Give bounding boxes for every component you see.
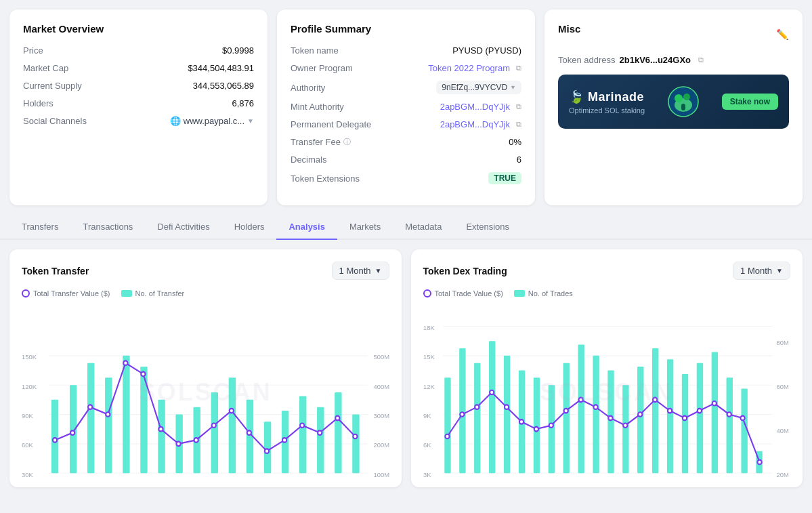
permanent-delegate-value[interactable]: 2apBGM...DqYJjk	[440, 119, 510, 129]
svg-point-115	[623, 424, 627, 428]
svg-point-117	[653, 398, 657, 403]
svg-text:15/09: 15/09	[509, 479, 525, 480]
social-channels-select[interactable]: 🌐 www.paypal.c... ▼	[170, 116, 254, 126]
marinade-sub: Optimized SOL staking	[569, 106, 645, 115]
tabs-row: Transfers Transactions Defi Activities H…	[0, 215, 812, 240]
svg-rect-37	[352, 415, 359, 474]
token-dex-period-label: 1 Month	[740, 266, 772, 276]
legend-item-trade-value: Total Trade Value ($)	[423, 289, 503, 297]
svg-text:100M: 100M	[374, 470, 389, 478]
misc-card: Misc ✏️ Token address 2b1kV6...u24GXo ⧉ …	[544, 9, 803, 205]
tab-defi-activities[interactable]: Defi Activities	[145, 215, 221, 240]
mint-authority-copy-icon[interactable]: ⧉	[516, 102, 521, 111]
token-dex-month-selector[interactable]: 1 Month ▼	[733, 262, 790, 280]
svg-point-112	[578, 398, 582, 403]
token-transfer-svg: 30K 60K 90K 120K 150K 100M 200M 300M 400…	[22, 304, 389, 480]
svg-point-49	[247, 430, 251, 435]
svg-point-120	[697, 409, 701, 413]
svg-rect-35	[317, 407, 324, 474]
tab-holders[interactable]: Holders	[222, 215, 277, 240]
svg-text:30/09: 30/09	[296, 479, 312, 480]
svg-text:06/10: 06/10	[741, 479, 756, 480]
profile-summary-card: Profile Summary Token name PYUSD (PYUSD)…	[277, 9, 535, 205]
svg-text:30K: 30K	[22, 470, 33, 478]
price-label: Price	[23, 45, 43, 56]
svg-text:15/09: 15/09	[119, 479, 135, 480]
svg-text:03/10: 03/10	[342, 479, 358, 480]
svg-rect-99	[711, 352, 717, 473]
svg-point-39	[70, 430, 74, 435]
owner-program-value[interactable]: Token 2022 Program	[428, 63, 510, 73]
marinade-cta-button[interactable]: Stake now	[722, 94, 778, 110]
svg-text:3K: 3K	[423, 470, 431, 478]
price-value: $0.9998	[222, 45, 254, 56]
token-address-value: 2b1kV6...u24GXo	[620, 55, 691, 65]
tab-analysis[interactable]: Analysis	[276, 215, 337, 240]
token-transfer-month-selector[interactable]: 1 Month ▼	[332, 262, 389, 280]
svg-rect-100	[726, 377, 732, 473]
tab-extensions[interactable]: Extensions	[454, 215, 521, 240]
svg-rect-96	[666, 359, 672, 473]
permanent-delegate-copy-icon[interactable]: ⧉	[516, 120, 521, 129]
info-icon: ⓘ	[343, 137, 351, 147]
svg-text:03/10: 03/10	[686, 479, 702, 480]
svg-text:500M: 500M	[374, 353, 389, 361]
svg-point-111	[563, 409, 568, 413]
authority-label: Authority	[291, 83, 325, 93]
legend-rect-icon	[121, 290, 132, 297]
svg-text:9K: 9K	[423, 412, 431, 419]
owner-program-row: Owner Program Token 2022 Program ⧉	[291, 63, 521, 73]
svg-point-44	[158, 427, 163, 432]
svg-point-113	[593, 405, 597, 409]
token-dex-legend: Total Trade Value ($) No. of Trades	[423, 289, 791, 297]
token-address-row: Token address 2b1kV6...u24GXo ⧉	[558, 55, 789, 65]
mint-authority-value[interactable]: 2apBGM...DqYJjk	[440, 102, 510, 112]
tab-transactions[interactable]: Transactions	[70, 215, 145, 240]
market-overview-title: Market Overview	[23, 23, 254, 35]
copy-icon[interactable]: ⧉	[516, 64, 521, 73]
svg-rect-20	[51, 400, 58, 473]
tab-transfers[interactable]: Transfers	[9, 215, 70, 240]
svg-rect-34	[299, 396, 306, 473]
edit-icon[interactable]: ✏️	[776, 28, 789, 41]
svg-point-108	[519, 419, 523, 424]
svg-text:15K: 15K	[423, 353, 435, 361]
token-address-label: Token address	[558, 55, 616, 65]
token-name-label: Token name	[291, 45, 339, 56]
svg-point-51	[282, 438, 286, 443]
svg-point-122	[727, 412, 731, 417]
token-name-value: PYUSD (PYUSD)	[452, 45, 521, 56]
svg-text:27/09: 27/09	[599, 479, 615, 480]
svg-point-121	[712, 401, 716, 406]
svg-point-38	[53, 438, 57, 443]
svg-point-52	[300, 424, 304, 428]
authority-value: 9nEfZq...9VYCVD	[442, 83, 507, 92]
legend-item-transfer-count: No. of Transfer	[121, 289, 185, 297]
token-transfer-chevron-icon: ▼	[375, 267, 382, 274]
svg-text:80M: 80M	[776, 338, 788, 346]
chevron-down-icon: ▼	[247, 117, 254, 125]
svg-text:300M: 300M	[374, 412, 389, 419]
owner-program-label: Owner Program	[291, 63, 353, 73]
authority-select[interactable]: 9nEfZq...9VYCVD ▼	[436, 81, 521, 94]
token-extensions-badge: TRUE	[488, 172, 521, 184]
svg-rect-94	[637, 367, 643, 473]
svg-text:06/09: 06/09	[442, 479, 457, 480]
svg-rect-88	[548, 385, 554, 473]
token-address-copy-icon[interactable]: ⧉	[698, 56, 704, 64]
svg-rect-84	[489, 341, 495, 473]
tab-markets[interactable]: Markets	[337, 215, 393, 240]
legend-transfer-count-label: No. of Transfer	[135, 289, 185, 297]
social-channels-row: Social Channels 🌐 www.paypal.c... ▼	[23, 116, 254, 126]
decimals-label: Decimals	[291, 155, 326, 165]
svg-text:24/09: 24/09	[577, 479, 593, 480]
social-channel-value: www.paypal.c...	[184, 116, 244, 126]
token-transfer-title: Token Transfer	[22, 266, 89, 276]
token-dex-chevron-icon: ▼	[776, 267, 783, 274]
legend-dex-circle-icon	[423, 289, 431, 297]
permanent-delegate-row: Permanent Delegate 2apBGM...DqYJjk ⧉	[291, 119, 521, 129]
svg-rect-87	[533, 377, 539, 473]
tab-metadata[interactable]: Metadata	[393, 215, 454, 240]
svg-text:18K: 18K	[423, 324, 435, 331]
decimals-value: 6	[517, 155, 521, 165]
